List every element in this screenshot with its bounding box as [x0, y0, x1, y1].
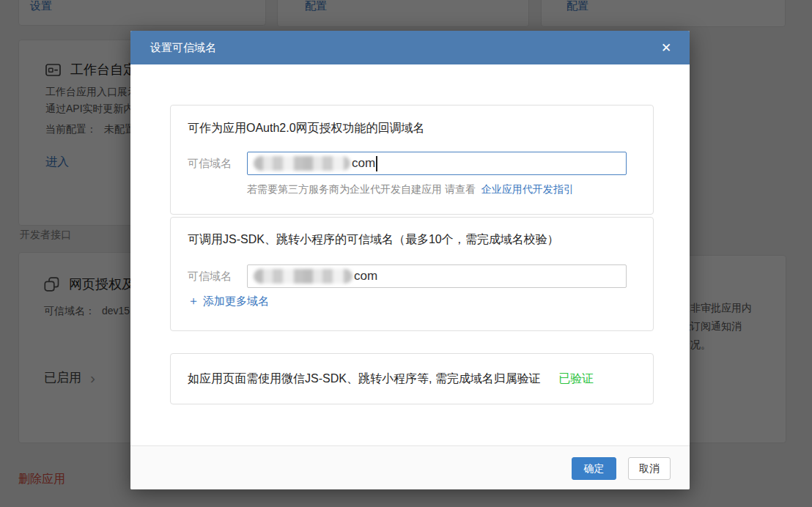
- jssdk-domain-section: 可调用JS-SDK、跳转小程序的可信域名（最多10个，需完成域名校验） 可信域名…: [170, 217, 654, 331]
- trusted-domain-label-2: 可信域名: [188, 270, 232, 284]
- plus-icon: ＋: [188, 294, 199, 309]
- domain-suffix-text: com: [352, 156, 375, 171]
- domain-suffix-text: com: [354, 269, 377, 284]
- helper-text: 若需要第三方服务商为企业代开发自建应用 请查看: [247, 183, 476, 195]
- oauth-section-heading: 可作为应用OAuth2.0网页授权功能的回调域名: [188, 121, 425, 136]
- trusted-domain-label-1: 可信域名: [188, 157, 232, 171]
- dev-guide-link[interactable]: 企业应用代开发指引: [481, 183, 574, 195]
- oauth-domain-input[interactable]: com: [247, 152, 627, 175]
- verified-status-link[interactable]: 已验证: [558, 372, 594, 385]
- domain-verification-section: 如应用页面需使用微信JS-SDK、跳转小程序等, 需完成域名归属验证 已验证: [170, 353, 654, 404]
- add-more-domains-link[interactable]: ＋ 添加更多域名: [188, 294, 269, 309]
- dialog-footer: 确定 取消: [130, 445, 690, 489]
- add-more-domains-label: 添加更多域名: [203, 295, 269, 308]
- cancel-button[interactable]: 取消: [628, 457, 671, 480]
- text-caret: [376, 156, 377, 171]
- set-trusted-domain-dialog: 设置可信域名 ✕ 可作为应用OAuth2.0网页授权功能的回调域名 可信域名 c…: [130, 31, 690, 489]
- jssdk-domain-input[interactable]: com: [247, 264, 627, 288]
- confirm-button[interactable]: 确定: [572, 457, 616, 480]
- verify-row: 如应用页面需使用微信JS-SDK、跳转小程序等, 需完成域名归属验证 已验证: [188, 371, 594, 387]
- oauth-domain-section: 可作为应用OAuth2.0网页授权功能的回调域名 可信域名 com 若需要第三方…: [170, 105, 654, 215]
- close-icon[interactable]: ✕: [658, 40, 674, 56]
- dialog-title: 设置可信域名: [150, 31, 216, 64]
- dialog-header: 设置可信域名 ✕: [130, 31, 690, 64]
- redacted-domain-blur: [254, 269, 353, 284]
- helper-row: 若需要第三方服务商为企业代开发自建应用 请查看 企业应用代开发指引: [247, 183, 574, 196]
- jssdk-section-heading: 可调用JS-SDK、跳转小程序的可信域名（最多10个，需完成域名校验）: [188, 232, 559, 248]
- redacted-domain-blur: [254, 156, 350, 171]
- verify-text: 如应用页面需使用微信JS-SDK、跳转小程序等, 需完成域名归属验证: [188, 372, 541, 385]
